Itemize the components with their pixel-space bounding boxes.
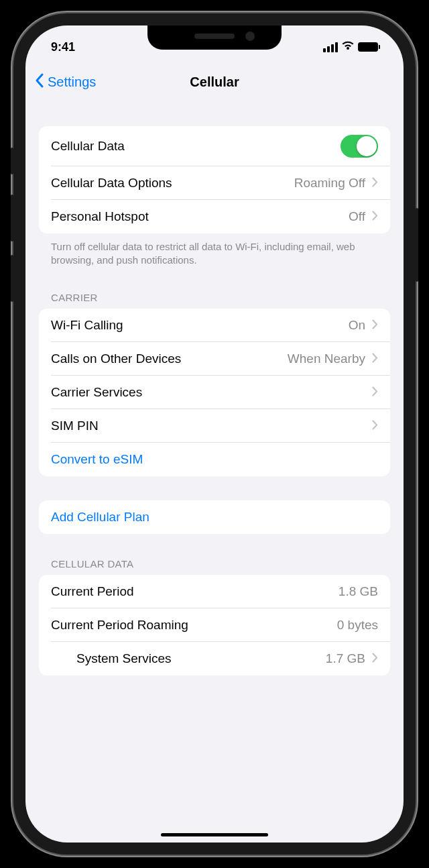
status-time: 9:41 [51,35,75,54]
row-value: When Nearby [288,351,365,366]
row-label: Personal Hotspot [51,209,149,224]
section-header-carrier: CARRIER [39,292,390,309]
chevron-right-icon [372,351,378,366]
notch [147,25,282,50]
row-label: Calls on Other Devices [51,351,181,366]
side-button [11,148,13,174]
chevron-right-icon [372,651,378,666]
row-label: Current Period Roaming [51,618,188,633]
cellular-data-toggle[interactable] [341,135,378,158]
battery-icon [358,42,378,52]
back-label: Settings [48,74,96,90]
carrier-services-row[interactable]: Carrier Services [39,376,390,409]
row-label: Convert to eSIM [51,452,143,467]
cellular-data-toggle-row[interactable]: Cellular Data [39,126,390,166]
chevron-right-icon [372,318,378,333]
chevron-right-icon [372,385,378,400]
chevron-right-icon [372,176,378,191]
cellular-data-options-row[interactable]: Cellular Data Options Roaming Off [39,166,390,200]
system-services-row[interactable]: System Services 1.7 GB [39,642,390,675]
row-value: On [349,318,365,333]
wifi-icon [341,40,355,54]
row-value: Roaming Off [294,176,365,191]
current-period-roaming-row: Current Period Roaming 0 bytes [39,608,390,642]
row-label: Carrier Services [51,385,142,400]
section-footer: Turn off cellular data to restrict all d… [39,233,390,268]
row-label: Add Cellular Plan [51,510,149,525]
row-label: Cellular Data [51,139,125,154]
sim-pin-row[interactable]: SIM PIN [39,409,390,443]
convert-esim-row[interactable]: Convert to eSIM [39,443,390,476]
row-label: Cellular Data Options [51,176,172,191]
section-header-data: CELLULAR DATA [39,558,390,575]
home-indicator[interactable] [161,833,268,836]
side-button [11,195,13,241]
side-button [416,208,418,282]
chevron-left-icon [35,73,44,91]
wifi-calling-row[interactable]: Wi-Fi Calling On [39,309,390,342]
current-period-row: Current Period 1.8 GB [39,575,390,608]
row-value: 1.8 GB [339,584,378,599]
row-label: Current Period [51,584,134,599]
page-title: Cellular [190,74,239,90]
row-value: 0 bytes [337,618,378,633]
navigation-bar: Settings Cellular [25,63,404,101]
cellular-signal-icon [323,42,338,52]
side-button [11,255,13,302]
chevron-right-icon [372,209,378,224]
personal-hotspot-row[interactable]: Personal Hotspot Off [39,200,390,233]
add-cellular-plan-row[interactable]: Add Cellular Plan [39,500,390,534]
back-button[interactable]: Settings [35,73,96,91]
row-value: 1.7 GB [326,651,365,666]
row-value: Off [349,209,365,224]
row-label: SIM PIN [51,419,99,433]
phone-frame: 9:41 Settings Cellular [13,13,416,855]
phone-screen: 9:41 Settings Cellular [25,25,404,843]
chevron-right-icon [372,419,378,433]
row-label: System Services [76,651,171,666]
calls-other-devices-row[interactable]: Calls on Other Devices When Nearby [39,342,390,376]
row-label: Wi-Fi Calling [51,318,123,333]
